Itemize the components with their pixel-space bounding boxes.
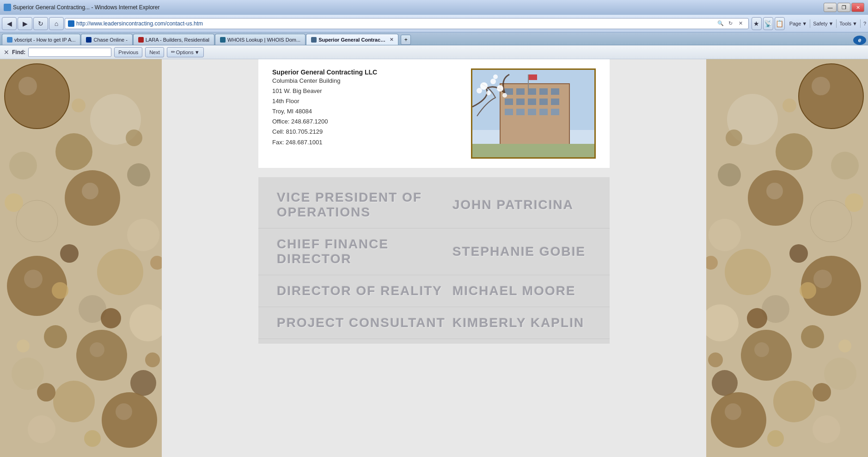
tab-label-sgc: Superior General Contracting... bbox=[318, 37, 386, 43]
svg-rect-51 bbox=[505, 109, 513, 115]
svg-rect-45 bbox=[551, 88, 559, 95]
svg-point-70 bbox=[776, 133, 813, 170]
svg-point-21 bbox=[28, 415, 55, 443]
staff-row-3: PROJECT CONSULTANT KIMBERLY KAPLIN bbox=[258, 307, 610, 339]
svg-point-5 bbox=[9, 152, 37, 179]
search-icon[interactable]: 🔍 bbox=[716, 19, 725, 28]
history-btn[interactable]: 📋 bbox=[775, 17, 785, 30]
restore-button[interactable]: ❐ bbox=[837, 3, 850, 12]
tab-label-vbscript: vbscript - How to get IP A... bbox=[14, 37, 75, 43]
forward-button[interactable]: ▶ bbox=[18, 17, 32, 30]
tab-vbscript[interactable]: vbscript - How to get IP A... bbox=[2, 34, 80, 45]
svg-rect-53 bbox=[528, 109, 536, 115]
left-bubbles bbox=[0, 59, 162, 457]
new-tab-button[interactable]: + bbox=[401, 35, 411, 45]
minimize-button[interactable]: — bbox=[824, 3, 837, 12]
refresh-addr-button[interactable]: ↻ bbox=[726, 19, 735, 28]
options-dropdown-icon: ▼ bbox=[195, 49, 200, 55]
address-bar[interactable]: 🔍 ↻ ✕ bbox=[65, 18, 749, 29]
building-name: Columbia Center Building bbox=[272, 76, 462, 86]
svg-point-100 bbox=[708, 352, 723, 367]
svg-rect-46 bbox=[505, 99, 513, 105]
svg-point-89 bbox=[766, 183, 783, 199]
svg-point-58 bbox=[497, 85, 503, 92]
tab-chase[interactable]: Chase Online - bbox=[81, 34, 132, 45]
svg-point-74 bbox=[810, 200, 852, 242]
next-button[interactable]: Next bbox=[145, 47, 164, 57]
find-close-icon[interactable]: ✕ bbox=[4, 49, 9, 56]
tab-label-lara: LARA - Builders, Residential bbox=[146, 37, 209, 43]
window-controls[interactable]: — ❐ ✕ bbox=[824, 3, 864, 12]
svg-point-81 bbox=[801, 325, 824, 348]
svg-point-34 bbox=[145, 352, 160, 367]
sep1 bbox=[810, 19, 810, 28]
svg-point-35 bbox=[37, 383, 55, 401]
find-input[interactable] bbox=[28, 48, 111, 57]
feeds-btn[interactable]: 📡 bbox=[763, 17, 773, 30]
svg-rect-49 bbox=[539, 99, 548, 105]
svg-point-6 bbox=[127, 163, 150, 186]
page-dropdown-icon: ▼ bbox=[802, 21, 807, 26]
svg-point-27 bbox=[72, 99, 86, 112]
svg-point-33 bbox=[17, 340, 30, 352]
svg-point-11 bbox=[97, 249, 143, 295]
office-phone: Office: 248.687.1200 bbox=[272, 117, 462, 127]
tab-lara[interactable]: LARA - Builders, Residential bbox=[133, 34, 214, 45]
svg-point-101 bbox=[813, 383, 831, 401]
svg-rect-55 bbox=[551, 109, 559, 115]
svg-point-92 bbox=[725, 403, 741, 420]
svg-point-95 bbox=[845, 193, 863, 212]
company-info: Superior General Contracting LLC Columbi… bbox=[272, 68, 462, 148]
find-label: Find: bbox=[12, 49, 25, 56]
svg-point-71 bbox=[831, 152, 859, 179]
svg-point-61 bbox=[502, 93, 507, 98]
cell-phone: Cell: 810.705.2129 bbox=[272, 127, 462, 137]
tab-favicon-vbscript bbox=[7, 37, 12, 43]
staff-title-3: PROJECT CONSULTANT bbox=[277, 315, 452, 330]
svg-point-102 bbox=[767, 430, 784, 447]
tab-label-whois: WHOIS Lookup | WHOIS Dom... bbox=[227, 37, 300, 43]
favorites-btn[interactable]: ★ bbox=[752, 17, 762, 30]
city: Troy, MI 48084 bbox=[272, 106, 462, 117]
svg-point-20 bbox=[102, 392, 157, 448]
ie-logo: e bbox=[853, 36, 866, 45]
svg-point-17 bbox=[12, 358, 44, 390]
page-content: Superior General Contracting LLC Columbi… bbox=[0, 59, 868, 457]
svg-point-85 bbox=[773, 381, 815, 422]
previous-button[interactable]: Previous bbox=[114, 47, 142, 57]
tab-favicon-sgc bbox=[311, 37, 317, 43]
tab-favicon-lara bbox=[138, 37, 144, 43]
right-bubbles bbox=[706, 59, 868, 457]
svg-rect-50 bbox=[551, 99, 559, 105]
tab-close-sgc[interactable]: ✕ bbox=[390, 37, 393, 42]
staff-name-0: JOHN PATRICINA bbox=[452, 198, 591, 212]
svg-point-15 bbox=[44, 325, 67, 348]
tab-sgc[interactable]: Superior General Contracting... ✕ bbox=[306, 34, 398, 45]
edit-icon: ✏ bbox=[171, 49, 175, 55]
address-stop-button[interactable]: ✕ bbox=[736, 19, 746, 28]
address-input[interactable] bbox=[76, 20, 714, 27]
svg-point-86 bbox=[711, 392, 766, 448]
help-icon: ? bbox=[863, 21, 866, 26]
svg-point-4 bbox=[55, 133, 92, 170]
staff-row-1: CHIEF FINANCE DIRECTOR STEPHANIE GOBIE bbox=[258, 228, 610, 275]
tools-label: Tools bbox=[839, 21, 851, 26]
refresh-button[interactable]: ↻ bbox=[33, 17, 48, 30]
svg-point-24 bbox=[24, 270, 43, 288]
staff-row-0: VICE PRESIDENT OF OPERATIONS JOHN PATRIC… bbox=[258, 182, 610, 228]
building-photo bbox=[471, 68, 596, 159]
staff-name-1: STEPHANIE GOBIE bbox=[452, 244, 591, 259]
fax-number: Fax: 248.687.1001 bbox=[272, 137, 462, 148]
tab-whois[interactable]: WHOIS Lookup | WHOIS Dom... bbox=[215, 34, 306, 45]
back-button[interactable]: ◀ bbox=[2, 17, 17, 30]
svg-point-84 bbox=[712, 370, 738, 396]
company-name: Superior General Contracting LLC bbox=[272, 68, 462, 76]
svg-point-10 bbox=[60, 244, 79, 263]
close-button[interactable]: ✕ bbox=[851, 3, 864, 12]
options-button[interactable]: ✏ Options ▼ bbox=[167, 47, 204, 57]
svg-rect-44 bbox=[539, 88, 548, 95]
home-button[interactable]: ⌂ bbox=[49, 17, 64, 30]
svg-point-29 bbox=[5, 193, 23, 212]
ie-icon bbox=[4, 4, 11, 11]
right-bubbles-svg bbox=[706, 59, 868, 457]
